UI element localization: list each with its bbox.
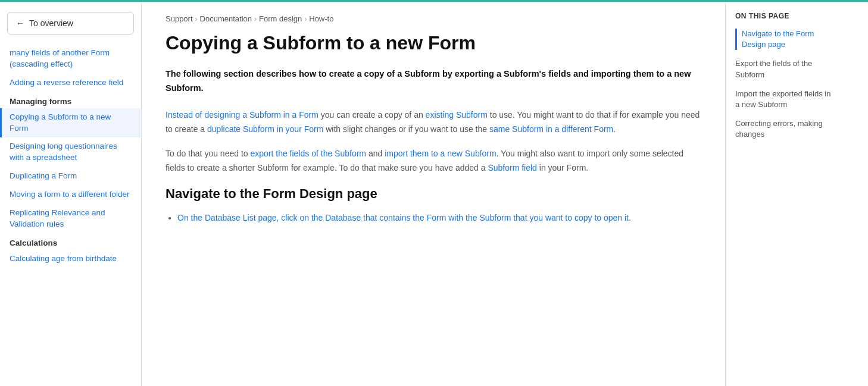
body-link-same[interactable]: same Subform in a different Form	[489, 124, 613, 134]
body-link-existing[interactable]: existing Subform	[426, 110, 488, 120]
toc-item-correcting[interactable]: Correcting errors, making changes	[735, 118, 835, 140]
sidebar-section-managing-forms: Managing forms	[0, 92, 141, 108]
sidebar-item-replicating[interactable]: Replicating Relevance and Validation rul…	[0, 204, 141, 234]
body-paragraph-2: To do that you need to export the fields…	[166, 147, 701, 175]
back-arrow-icon: ←	[16, 18, 24, 28]
sidebar-navigation: many fields of another Form (cascading e…	[0, 44, 141, 268]
breadcrumb-howto: How-to	[309, 14, 333, 23]
page-title: Copying a Subform to a new Form	[166, 32, 701, 54]
sidebar-item-many-fields[interactable]: many fields of another Form (cascading e…	[0, 44, 141, 74]
toc-item-export[interactable]: Export the fields of the Subform	[735, 58, 835, 80]
toc-item-import[interactable]: Import the exported fields in a new Subf…	[735, 89, 835, 110]
bullet-link-1[interactable]: On the Database List page, click on the …	[177, 213, 631, 222]
body-link-duplicate[interactable]: duplicate Subform in your Form	[207, 124, 323, 134]
back-to-overview-button[interactable]: ← To overview	[7, 12, 134, 34]
toc-title: On this page	[735, 12, 835, 20]
body-link-instead[interactable]: Instead of designing a Subform in a Form	[166, 110, 319, 120]
body-link-export[interactable]: export the fields of the Subform	[250, 149, 366, 158]
breadcrumb-sep-2: ›	[254, 15, 257, 23]
breadcrumb-sep-1: ›	[195, 15, 198, 23]
sidebar-item-adding-reverse[interactable]: Adding a reverse reference field	[0, 74, 141, 92]
body-link-import[interactable]: import them to a new Subform	[385, 149, 497, 158]
toc-item-navigate[interactable]: Navigate to the Form Design page	[735, 29, 835, 50]
sidebar-section-calculations: Calculations	[0, 234, 141, 250]
breadcrumb-sep-3: ›	[304, 15, 307, 23]
sidebar-item-copying-subform[interactable]: Copying a Subform to a new Form	[0, 108, 141, 138]
sidebar-item-duplicating-form[interactable]: Duplicating a Form	[0, 167, 141, 186]
left-sidebar: ← To overview many fields of another For…	[0, 0, 142, 386]
intro-paragraph: The following section describes how to c…	[166, 67, 701, 95]
bullet-item-1: On the Database List page, click on the …	[177, 211, 701, 225]
breadcrumb-form-design[interactable]: Form design	[259, 14, 302, 23]
sidebar-item-moving-form[interactable]: Moving a form to a different folder	[0, 186, 141, 204]
main-content-area: Support › Documentation › Form design › …	[142, 0, 725, 386]
breadcrumb-documentation[interactable]: Documentation	[200, 14, 252, 23]
sidebar-item-calculating-age[interactable]: Calculating age from birthdate	[0, 250, 141, 268]
breadcrumb: Support › Documentation › Form design › …	[166, 14, 701, 23]
toc-sidebar: On this page Navigate to the Form Design…	[725, 0, 844, 386]
back-button-label: To overview	[29, 18, 73, 28]
section-navigate-title: Navigate to the Form Design page	[166, 186, 701, 202]
body-link-subform-field[interactable]: Subform field	[488, 163, 536, 172]
body-paragraph-1: Instead of designing a Subform in a Form…	[166, 108, 701, 137]
sidebar-item-designing-long[interactable]: Designing long questionnaires with a spr…	[0, 137, 141, 167]
breadcrumb-support[interactable]: Support	[166, 14, 193, 23]
bullet-list: On the Database List page, click on the …	[166, 211, 701, 225]
